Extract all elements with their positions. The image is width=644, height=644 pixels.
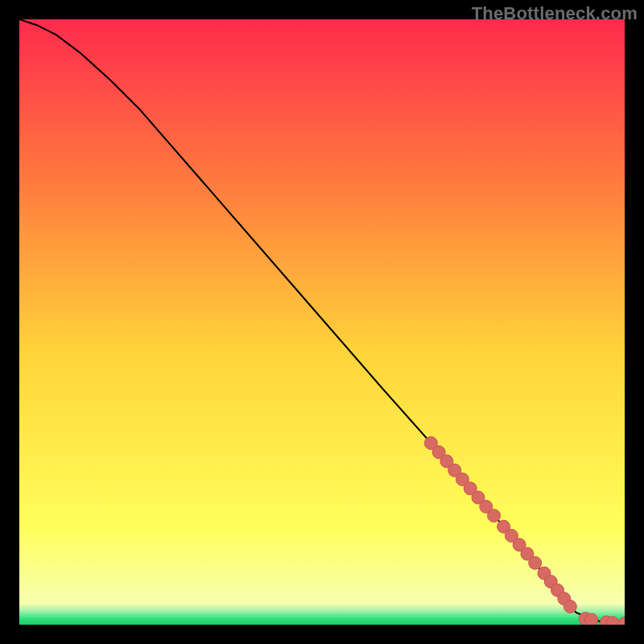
- data-marker: [564, 600, 576, 613]
- data-marker: [488, 510, 501, 522]
- chart-svg: [19, 19, 625, 625]
- data-marker: [529, 556, 542, 569]
- gradient-background: [19, 19, 625, 625]
- plot-area: [19, 19, 625, 625]
- chart-stage: TheBottleneck.com: [0, 0, 644, 644]
- data-marker: [585, 613, 598, 625]
